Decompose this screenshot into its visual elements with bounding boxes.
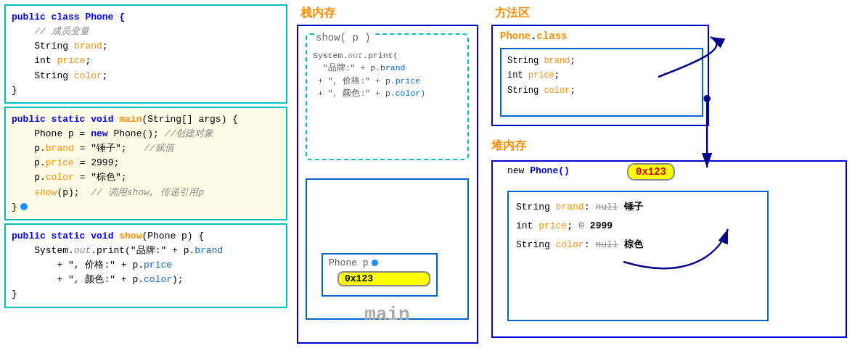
- heap-inner-box: String brand: null 锤子 int price; 0 2999 …: [507, 191, 769, 321]
- heap-null-color: null: [595, 236, 618, 255]
- stack-label: 栈内存: [300, 6, 335, 21]
- code-line: }: [12, 200, 280, 215]
- var-brand: brand: [74, 41, 102, 51]
- method-show-call: show: [34, 187, 57, 198]
- heap-null-price: 0: [578, 217, 584, 236]
- stack-outer-box: show( p ) System.out.print( "品牌:" + p.br…: [297, 25, 478, 344]
- main-container: public class Phone { // 成员变量 String bran…: [0, 0, 868, 364]
- addr-badge-heap: 0x123: [627, 163, 675, 181]
- code-line: public static void main(String[] args) {: [12, 112, 280, 127]
- var-price: price: [57, 55, 85, 66]
- show-code-line3: + ", 价格:" + p.price: [313, 75, 425, 87]
- addr-badge-main: 0x123: [337, 271, 430, 286]
- var-brand-def: brand: [544, 56, 570, 66]
- main-frame: main Phone p 0x123: [306, 178, 469, 320]
- method-area-box: Phone.class String brand; int price; Str…: [491, 25, 709, 126]
- code-line: p.price = 2999;: [12, 156, 280, 170]
- code-line: String color;: [12, 69, 280, 83]
- comment-show-call: // 调用show, 传递引用p: [85, 187, 204, 198]
- var-color-2: color: [46, 172, 74, 183]
- code-line: public static void show(Phone p) {: [12, 229, 280, 244]
- phone-class-inner: String brand; int price; String color;: [500, 48, 703, 117]
- dot-phone-p: [372, 260, 378, 266]
- comment-assign: //赋值: [132, 143, 173, 154]
- code-block-show: public static void show(Phone p) { Syste…: [4, 223, 287, 308]
- phone-p-box: Phone p 0x123: [322, 253, 438, 297]
- field-price-def: int price;: [507, 68, 696, 83]
- heap-null-brand: null: [595, 198, 618, 217]
- middle-panel: 栈内存 show( p ) System.out.print( "品牌:" + …: [293, 4, 482, 360]
- code-line: p.brand = "锤子"; //赋值: [12, 141, 280, 156]
- kw-main: main: [119, 114, 142, 125]
- heap-row-color: String color: null 棕色: [516, 236, 760, 255]
- show-frame-label: show( p ): [314, 32, 372, 44]
- kw-new: new: [91, 128, 107, 139]
- show-code-line2: "品牌:" + p.brand: [313, 62, 425, 74]
- code-line: String brand;: [12, 39, 280, 54]
- code-block-phone-class: public class Phone { // 成员变量 String bran…: [4, 4, 287, 104]
- var-brand-2: brand: [46, 143, 74, 154]
- keyword-public: public class Phone {: [12, 12, 125, 22]
- heap-val-color: 棕色: [624, 236, 643, 255]
- heap-var-color: color: [556, 239, 584, 250]
- code-line: + ", 颜色:" + p.color);: [12, 273, 280, 287]
- code-line: Phone p = new Phone(); //创建对象: [12, 127, 280, 141]
- phone-class-label: Phone.class: [500, 30, 567, 42]
- heap-var-price: price: [539, 220, 567, 231]
- kw-show: show: [119, 231, 142, 241]
- comment-member-vars: // 成员变量: [34, 26, 89, 37]
- show-frame: show( p ) System.out.print( "品牌:" + p.br…: [306, 33, 469, 160]
- kw-public-static: public static void: [12, 114, 119, 125]
- field-color-def: String color;: [507, 83, 696, 98]
- phone-p-label: Phone p: [329, 257, 430, 268]
- heap-label: 堆内存: [491, 138, 526, 154]
- code-line: System.out.print("品牌:" + p.brand: [12, 244, 280, 258]
- code-line: }: [12, 287, 280, 302]
- code-line: // 成员变量: [12, 25, 280, 39]
- code-line: int price;: [12, 54, 280, 68]
- heap-val-brand: 锤子: [624, 198, 643, 217]
- var-color: color: [74, 70, 102, 81]
- var-color-show: color: [144, 274, 172, 285]
- code-line: }: [12, 83, 280, 98]
- dot-indicator-main: [20, 203, 28, 210]
- right-panel: 方法区 Phone.class String brand; int price;…: [488, 4, 864, 360]
- var-brand-show: brand: [195, 245, 223, 256]
- main-frame-label: main: [364, 304, 409, 326]
- new-phone-label: new Phone(): [507, 165, 570, 176]
- heap-row-brand: String brand: null 锤子: [516, 198, 760, 217]
- left-panel: public class Phone { // 成员变量 String bran…: [4, 4, 287, 360]
- field-brand-def: String brand;: [507, 54, 696, 68]
- show-code-line1: System.out.print(: [313, 49, 425, 62]
- show-frame-content: System.out.print( "品牌:" + p.brand + ", 价…: [313, 49, 425, 99]
- code-block-main: public static void main(String[] args) {…: [4, 107, 287, 220]
- heap-var-brand: brand: [556, 202, 584, 212]
- kw-public-show: public static void: [12, 231, 119, 241]
- var-color-def: color: [544, 86, 570, 96]
- method-area-label: 方法区: [495, 6, 530, 21]
- heap-box: new Phone() 0x123 String brand: null 锤子 …: [491, 160, 847, 338]
- heap-row-price: int price; 0 2999: [516, 217, 760, 236]
- heap-val-price: 2999: [590, 217, 613, 236]
- var-price-2: price: [46, 157, 74, 168]
- kw-phone-new: Phone(): [530, 165, 570, 176]
- code-line: p.color = "棕色";: [12, 170, 280, 185]
- show-code-line4: + ", 颜色:" + p.color): [313, 87, 425, 99]
- code-line: show(p); // 调用show, 传递引用p: [12, 186, 280, 200]
- code-line: public class Phone {: [12, 10, 280, 25]
- var-price-def: price: [528, 70, 554, 80]
- var-price-show: price: [144, 260, 172, 270]
- comment-create: //创建对象: [165, 128, 214, 139]
- out-keyword: out: [74, 245, 91, 256]
- code-line: + ", 价格:" + p.price: [12, 258, 280, 273]
